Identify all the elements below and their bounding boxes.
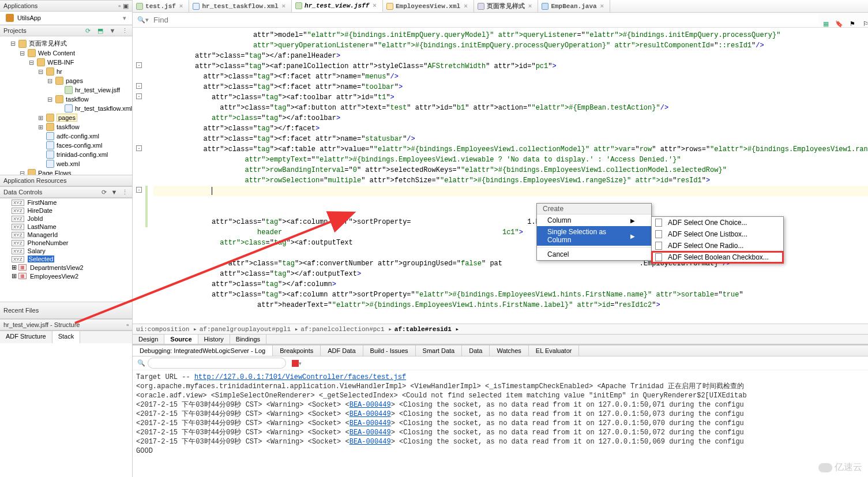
document-icon (655, 230, 662, 238)
applications-panel-header: Applications ▫▣ (0, 0, 132, 12)
tree-folder[interactable]: Page Flows (38, 170, 71, 175)
filter-icon[interactable]: ▼ (110, 189, 118, 196)
dc-attr[interactable]: Salary (28, 247, 46, 254)
debug-tab[interactable]: EL Evaluator (529, 345, 580, 356)
debug-tab[interactable]: Build - Issues (363, 345, 416, 356)
document-icon (655, 219, 662, 227)
debug-pane: Debugging: IntegratedWebLogicServer - Lo… (133, 344, 868, 477)
editor-tab[interactable]: test.jsf× (133, 0, 189, 12)
source-tabs: Design Source History Bindings (133, 335, 868, 344)
data-controls-list[interactable]: XYZFirstName XYZHireDate XYZJobId XYZLas… (0, 198, 132, 302)
tree-folder[interactable]: Web Content (38, 50, 75, 57)
filter-icon[interactable]: ▼ (108, 27, 117, 34)
src-tab[interactable]: Bindings (230, 335, 266, 344)
dc-view[interactable]: EmployeesView2 (30, 273, 78, 280)
editor-tab[interactable]: EmpBean.java× (538, 0, 610, 12)
dc-attr[interactable]: LastName (28, 223, 57, 230)
tree-folder[interactable]: hr (57, 68, 62, 75)
dc-attr[interactable]: HireDate (28, 207, 52, 214)
application-name: UtilsApp (17, 14, 41, 21)
breadcrumb-item[interactable]: af:panelcollection#pc1 ▸ (300, 325, 392, 333)
log-filter-input[interactable] (148, 358, 286, 369)
structure-tab[interactable]: ADF Structure (0, 331, 52, 343)
structure-tabs: ADF Structure Stack (0, 330, 132, 343)
context-submenu[interactable]: ADF Select One Choice... ADF Select One … (651, 216, 784, 264)
tree-file[interactable]: web.xml (57, 160, 80, 167)
app-resources-header[interactable]: Application Resources (0, 175, 132, 186)
panel-close-icon[interactable]: ▣ (123, 2, 129, 9)
editor-tab[interactable]: 页面常见样式× (474, 0, 539, 12)
code-editor[interactable]: attr">model=""elattr">#{bindings.initEmp… (133, 28, 868, 324)
document-icon (655, 242, 662, 250)
minimize-icon[interactable]: ▫ (126, 321, 129, 328)
dc-view[interactable]: DepartmentsView2 (30, 264, 84, 271)
src-tab[interactable]: Design (133, 335, 164, 344)
data-controls-header: Data Controls ⟳▼⋮ (0, 186, 132, 198)
tree-folder[interactable]: pages (57, 114, 77, 122)
options-icon[interactable]: ⋮ (121, 27, 129, 35)
context-menu-item-single-selection[interactable]: Single Selection as Column▶ (537, 226, 651, 246)
tree-project[interactable]: 页面常见样式 (29, 39, 67, 48)
breadcrumb: ui:composition ▸ af:panelgrouplayout#pgl… (133, 324, 868, 335)
submenu-select-boolean-checkbox[interactable]: ADF Select Boolean Checkbox... (652, 251, 783, 263)
submenu-select-one-listbox[interactable]: ADF Select One Listbox... (652, 228, 783, 240)
src-tab[interactable]: History (198, 335, 230, 344)
structure-body (0, 343, 132, 477)
search-icon: 🔍 (137, 359, 145, 367)
tree-folder[interactable]: taskflow (57, 123, 80, 130)
dc-attr[interactable]: FirstName (28, 199, 57, 206)
tree-file[interactable]: hr_test_view.jsff (75, 87, 120, 93)
breadcrumb-item[interactable]: af:panelgrouplayout#pgl1 ▸ (200, 325, 299, 333)
debug-tab[interactable]: Watches (490, 345, 528, 356)
tree-folder[interactable]: WEB-INF (47, 59, 74, 66)
tree-folder[interactable]: pages (66, 77, 83, 84)
tree-file[interactable]: hr_test_taskflow.xml (75, 105, 132, 112)
flag-icon[interactable]: ⚑ (848, 20, 856, 28)
dc-attr-selected[interactable]: Selected (28, 256, 55, 262)
src-tab-active[interactable]: Source (164, 335, 198, 344)
breadcrumb-item[interactable]: ui:composition ▸ (136, 325, 197, 333)
projects-tree[interactable]: ⊟页面常见样式 ⊟Web Content ⊟WEB-INF ⊟hr ⊟pages… (0, 36, 132, 175)
options-icon[interactable]: ⋮ (121, 189, 129, 196)
breadcrumb-item-active[interactable]: af:table#resid1 ▸ (394, 325, 459, 333)
tree-folder[interactable]: taskflow (66, 96, 89, 103)
app-icon (6, 14, 14, 22)
editor-tab-active[interactable]: hr_test_view.jsff× (292, 0, 383, 12)
toolbar-icon[interactable]: ▦ (822, 20, 830, 28)
document-icon (655, 253, 662, 261)
dc-attr[interactable]: PhoneNumber (28, 239, 69, 246)
context-menu-item-column[interactable]: Column▶ (537, 215, 651, 226)
submenu-select-one-radio[interactable]: ADF Select One Radio... (652, 240, 783, 251)
tree-file[interactable]: adfc-config.xml (57, 133, 99, 140)
bookmark-icon[interactable]: 🔖 (835, 20, 843, 28)
editor-tab[interactable]: hr_test_taskflow.xml× (189, 0, 292, 12)
dc-attr[interactable]: JobId (28, 215, 43, 222)
tree-file[interactable]: faces-config.xml (57, 142, 102, 149)
debug-tab[interactable]: Data (462, 345, 490, 356)
tree-icon[interactable]: ⬒ (96, 27, 104, 35)
find-input[interactable] (152, 14, 818, 25)
dc-attr[interactable]: ManagerId (28, 231, 58, 238)
structure-tab-active[interactable]: Stack (52, 331, 81, 343)
debug-tab[interactable]: Smart Data (416, 345, 463, 356)
refresh-icon[interactable]: ⟳ (84, 27, 92, 35)
refresh-icon[interactable]: ⟳ (100, 189, 108, 196)
tree-file[interactable]: trinidad-config.xml (57, 151, 108, 158)
debug-tab[interactable]: ADF Data (321, 345, 363, 356)
context-menu-item-cancel[interactable]: Cancel (537, 249, 651, 260)
log-output[interactable]: Target URL -- http://127.0.0.1:7101/View… (133, 370, 868, 477)
editor-tab[interactable]: EmployeesView.xml× (383, 0, 474, 12)
debug-tab[interactable]: Breakpoints (273, 345, 321, 356)
context-menu[interactable]: Create Column▶ Single Selection as Colum… (536, 203, 652, 261)
search-icon[interactable]: 🔍▾ (137, 16, 149, 24)
stop-icon[interactable] (292, 360, 299, 367)
flag-remove-icon[interactable]: ⚐ (862, 20, 868, 28)
debug-tab-active[interactable]: Debugging: IntegratedWebLogicServer - Lo… (133, 345, 273, 356)
submenu-select-one-choice[interactable]: ADF Select One Choice... (652, 217, 783, 228)
find-bar: 🔍▾ ▦ 🔖 ⚑ ⚐ ▦ 🌐▾ (133, 13, 868, 28)
recent-files-header[interactable]: Recent Files (0, 302, 132, 319)
application-selector[interactable]: UtilsApp ▾ (0, 12, 132, 25)
cloud-icon (818, 463, 832, 472)
context-menu-title: Create (537, 204, 651, 215)
panel-minimize-icon[interactable]: ▫ (118, 2, 121, 9)
